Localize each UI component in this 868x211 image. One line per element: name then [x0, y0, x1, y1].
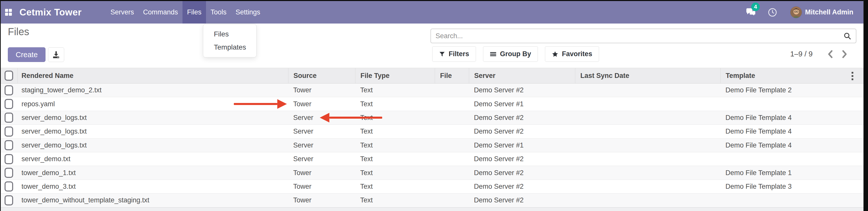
cell-source[interactable]: Tower [288, 169, 355, 177]
cell-template[interactable]: Demo File Template 3 [720, 183, 863, 190]
column-header-file[interactable]: File [435, 68, 469, 83]
cell-source[interactable]: Server [288, 142, 355, 149]
pager-range: 1–9 / 9 [790, 50, 813, 58]
row-checkbox[interactable] [5, 154, 13, 164]
group-by-button[interactable]: Group By [483, 46, 538, 62]
optional-columns-toggle[interactable] [847, 68, 857, 84]
nav-item-tools[interactable]: Tools [206, 1, 231, 24]
cell-server[interactable]: Demo Server #2 [469, 155, 575, 163]
annotation-arrow-right [234, 99, 287, 109]
cell-rendered-name[interactable]: server_demo_logs.txt [18, 114, 288, 122]
cell-file-type[interactable]: Text [355, 155, 435, 163]
row-checkbox[interactable] [5, 126, 13, 137]
cell-server[interactable]: Demo Server #2 [469, 169, 575, 177]
table-row[interactable]: tower_demo_1.txt Tower Text Demo Server … [0, 166, 863, 180]
nav-item-settings[interactable]: Settings [231, 1, 265, 24]
create-button[interactable]: Create [8, 47, 45, 62]
action-buttons: Create [8, 47, 64, 62]
table-row[interactable]: tower_demo_3.txt Tower Text Demo Server … [0, 180, 863, 193]
filters-button[interactable]: Filters [432, 46, 476, 62]
search-icon[interactable] [843, 32, 851, 40]
export-button[interactable] [48, 47, 64, 62]
cell-template[interactable]: Demo File Template 2 [720, 86, 863, 94]
window-left-edge [0, 0, 1, 211]
column-header-source[interactable]: Source [288, 68, 355, 83]
table-row[interactable]: server_demo_logs.txt Server Text Demo Se… [0, 125, 863, 139]
cell-file-type[interactable]: Text [355, 196, 435, 204]
cell-file-type[interactable]: Text [355, 142, 435, 149]
row-checkbox[interactable] [5, 195, 13, 205]
cell-template[interactable]: Demo File Template 4 [720, 142, 863, 149]
cell-source[interactable]: Tower [288, 86, 355, 94]
row-checkbox[interactable] [5, 85, 13, 95]
cell-server[interactable]: Demo Server #2 [469, 114, 575, 122]
menu-item-files[interactable]: Files [203, 28, 256, 41]
cell-server[interactable]: Demo Server #1 [469, 142, 575, 149]
cell-source[interactable]: Server [288, 155, 355, 163]
column-header-rendered-name[interactable]: Rendered Name [18, 68, 288, 83]
table-row[interactable]: repos.yaml Tower Text Demo Server #1 [0, 97, 863, 111]
cell-server[interactable]: Demo Server #2 [469, 86, 575, 94]
apps-menu-button[interactable] [0, 1, 12, 24]
cell-server[interactable]: Demo Server #2 [469, 183, 575, 190]
filters-label: Filters [449, 50, 469, 58]
table-header-row: Rendered Name Source File Type File Serv… [0, 68, 863, 84]
table-row[interactable]: tower_demo_without_template_staging.txt … [0, 193, 863, 207]
cell-source[interactable]: Tower [288, 100, 355, 108]
cell-file-type[interactable]: Text [355, 100, 435, 108]
cell-rendered-name[interactable]: tower_demo_without_template_staging.txt [18, 196, 288, 204]
cell-template[interactable]: Demo File Template 4 [720, 127, 863, 135]
favorites-label: Favorites [562, 50, 592, 58]
cell-file-type[interactable]: Text [355, 183, 435, 190]
pager: 1–9 / 9 [790, 46, 851, 62]
row-checkbox[interactable] [5, 168, 13, 178]
cell-rendered-name[interactable]: tower_demo_1.txt [18, 169, 288, 177]
pager-previous-button[interactable] [823, 50, 837, 58]
table-row[interactable]: server_demo_logs.txt Server Text Demo Se… [0, 139, 863, 152]
search-input[interactable] [436, 32, 843, 40]
column-header-template[interactable]: Template [720, 68, 863, 83]
column-header-last-sync-date[interactable]: Last Sync Date [575, 68, 720, 83]
user-avatar[interactable] [790, 6, 802, 18]
cell-template[interactable]: Demo File Template 1 [720, 169, 863, 177]
table-row[interactable]: server_demo.txt Server Text Demo Server … [0, 152, 863, 166]
pager-next-button[interactable] [837, 50, 851, 58]
chevron-right-icon [841, 50, 848, 58]
cell-source[interactable]: Server [288, 127, 355, 135]
cell-template[interactable]: Demo File Template 4 [720, 114, 863, 122]
cell-rendered-name[interactable]: tower_demo_3.txt [18, 183, 288, 190]
nav-item-servers[interactable]: Servers [106, 1, 138, 24]
column-header-server[interactable]: Server [469, 68, 575, 83]
row-checkbox[interactable] [5, 99, 13, 109]
cell-server[interactable]: Demo Server #2 [469, 127, 575, 135]
messages-button[interactable]: 4 [745, 7, 757, 18]
cell-file-type[interactable]: Text [355, 86, 435, 94]
cell-rendered-name[interactable]: server_demo_logs.txt [18, 142, 288, 149]
window-top-edge [0, 0, 868, 1]
app-window: Cetmix Tower Servers Commands Files Tool… [0, 0, 868, 211]
favorites-button[interactable]: Favorites [545, 46, 599, 62]
table-row[interactable]: staging_tower_demo_2.txt Tower Text Demo… [0, 84, 863, 97]
menu-item-templates[interactable]: Templates [203, 41, 256, 54]
user-menu[interactable]: Mitchell Admin [805, 8, 853, 16]
table-row[interactable]: server_demo_logs.txt Server Text Demo Se… [0, 111, 863, 125]
cell-rendered-name[interactable]: server_demo.txt [18, 155, 288, 163]
select-all-checkbox[interactable] [5, 70, 13, 81]
nav-item-commands[interactable]: Commands [138, 1, 183, 24]
row-checkbox[interactable] [5, 113, 13, 123]
cell-source[interactable]: Tower [288, 183, 355, 190]
cell-server[interactable]: Demo Server #1 [469, 100, 575, 108]
cell-source[interactable]: Tower [288, 196, 355, 204]
activities-button[interactable] [768, 8, 777, 17]
search-bar [430, 29, 856, 43]
column-header-file-type[interactable]: File Type [355, 68, 435, 83]
brand-title[interactable]: Cetmix Tower [20, 1, 82, 24]
cell-file-type[interactable]: Text [355, 169, 435, 177]
cell-file-type[interactable]: Text [355, 127, 435, 135]
row-checkbox[interactable] [5, 140, 13, 150]
cell-server[interactable]: Demo Server #2 [469, 196, 575, 204]
cell-rendered-name[interactable]: server_demo_logs.txt [18, 127, 288, 135]
row-checkbox[interactable] [5, 181, 13, 191]
cell-rendered-name[interactable]: staging_tower_demo_2.txt [18, 86, 288, 94]
nav-item-files[interactable]: Files [183, 1, 206, 24]
